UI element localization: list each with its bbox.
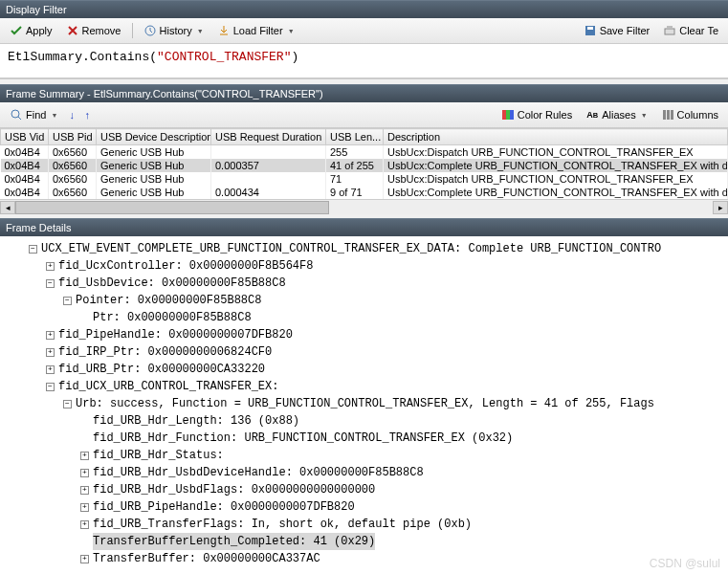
filter-argument: "CONTROL_TRANSFER" — [157, 50, 291, 64]
save-filter-button[interactable]: Save Filter — [578, 21, 656, 40]
display-filter-toolbar: Apply Remove History▼ Load Filter▼ Save … — [0, 18, 728, 44]
tree-row[interactable]: −Pointer: 0x00000000F85B88C8 — [2, 292, 726, 309]
tree-row[interactable]: +fid_URB_TransferFlags: In, short ok, de… — [2, 516, 726, 533]
chevron-down-icon: ▼ — [197, 28, 204, 34]
find-button[interactable]: Find▼ — [4, 105, 63, 124]
table-row[interactable]: 0x04B40x6560Generic USB Hub255UsbUcx:Dis… — [1, 145, 728, 160]
tree-label: fid_URB_Hdr_Length: 136 (0x88) — [93, 412, 299, 430]
scroll-thumb[interactable] — [15, 201, 329, 214]
tree-label: fid_URB_Hdr_Status: — [93, 447, 224, 464]
tree-row[interactable]: +TransferBuffer: 0x00000000CA337AC — [2, 550, 726, 567]
collapse-icon[interactable]: − — [46, 383, 55, 391]
tree-label: fid_UsbDevice: 0x00000000F85B88C8 — [58, 275, 286, 292]
frame-summary-header: Frame Summary - EtlSummary.Contains("CON… — [0, 84, 728, 102]
expand-icon[interactable]: + — [46, 262, 55, 271]
aliases-button[interactable]: ABAliases▼ — [580, 105, 652, 124]
tree-label: fid_PipeHandle: 0x0000000007DFB820 — [58, 326, 293, 343]
tree-label: TransferBufferLength_Completed: 41 (0x29… — [93, 533, 375, 550]
svg-rect-3 — [665, 29, 674, 34]
svg-rect-5 — [502, 110, 506, 120]
columns-button[interactable]: Columns — [655, 105, 724, 124]
filter-function: EtlSummary.Contains — [8, 50, 149, 64]
column-header[interactable]: Description — [384, 129, 728, 145]
table-row[interactable]: 0x04B40x6560Generic USB Hub0.0004349 of … — [1, 186, 728, 199]
apply-button[interactable]: Apply — [4, 21, 58, 40]
tree-row[interactable]: +fid_PipeHandle: 0x0000000007DFB820 — [2, 326, 726, 343]
tree-row[interactable]: −Urb: success, Function = URB_FUNCTION_C… — [2, 395, 726, 412]
tree-row[interactable]: +fid_URB_Hdr_UsbdDeviceHandle: 0x0000000… — [2, 464, 726, 481]
scroll-right-button[interactable]: ▸ — [713, 201, 728, 214]
watermark: CSDN @sulul — [650, 557, 720, 570]
tree-label: fid_UcxController: 0x00000000F8B564F8 — [58, 257, 313, 275]
svg-rect-7 — [510, 110, 514, 120]
tree-label: fid_URB_TransferFlags: In, short ok, def… — [93, 516, 472, 533]
tree-row[interactable]: −fid_UsbDevice: 0x00000000F85B88C8 — [2, 275, 726, 292]
aliases-icon: AB — [585, 108, 599, 121]
column-header[interactable]: USB Request Duration — [211, 129, 326, 145]
tree-row[interactable]: +fid_URB_PipeHandle: 0x0000000007DFB820 — [2, 498, 726, 516]
tree-label: fid_URB_Ptr: 0x00000000CA33220 — [58, 361, 265, 378]
collapse-icon[interactable]: − — [29, 245, 37, 254]
tree-label: Pointer: 0x00000000F85B88C8 — [76, 292, 261, 309]
expand-icon[interactable]: + — [80, 452, 89, 460]
expand-icon[interactable]: + — [46, 365, 55, 374]
expand-icon[interactable]: + — [80, 555, 89, 563]
collapse-icon[interactable]: − — [63, 297, 72, 305]
tree-row[interactable]: +fid_UcxController: 0x00000000F8B564F8 — [2, 257, 726, 275]
tree-label: fid_UCX_URB_CONTROL_TRANSFER_EX: — [58, 378, 278, 395]
tree-label: TransferBuffer: 0x00000000CA337AC — [93, 550, 320, 567]
table-row[interactable]: 0x04B40x6560Generic USB Hub0.00035741 of… — [1, 159, 728, 172]
tree-label: UCX_ETW_EVENT_COMPLETE_URB_FUNCTION_CONT… — [41, 240, 661, 257]
tree-label: fid_URB_Hdr_Function: URB_FUNCTION_CONTR… — [93, 430, 513, 447]
tree-label: fid_IRP_Ptr: 0x0000000006824CF0 — [58, 343, 272, 361]
expand-icon[interactable]: + — [80, 503, 89, 512]
collapse-icon[interactable]: − — [46, 279, 55, 288]
horizontal-scrollbar[interactable]: ◂ ▸ — [0, 199, 728, 214]
tree-row[interactable]: +fid_URB_Hdr_Status: — [2, 447, 726, 464]
tree-label: Urb: success, Function = URB_FUNCTION_CO… — [76, 395, 654, 412]
color-rules-button[interactable]: Color Rules — [496, 105, 578, 124]
frame-summary-table[interactable]: USB VidUSB PidUSB Device DescriptionUSB … — [0, 128, 728, 199]
save-icon — [584, 24, 597, 37]
tree-row[interactable]: TransferBufferLength_Completed: 41 (0x29… — [2, 533, 726, 550]
column-header[interactable]: USB Len... — [326, 129, 384, 145]
tree-row[interactable]: fid_URB_Hdr_Function: URB_FUNCTION_CONTR… — [2, 430, 726, 447]
load-filter-button[interactable]: Load Filter▼ — [211, 21, 300, 40]
scroll-left-button[interactable]: ◂ — [0, 201, 15, 214]
tree-row[interactable]: −fid_UCX_URB_CONTROL_TRANSFER_EX: — [2, 378, 726, 395]
color-rules-icon — [501, 108, 515, 121]
load-icon — [217, 24, 231, 37]
x-icon — [66, 24, 79, 37]
expand-icon[interactable]: + — [46, 331, 55, 340]
tree-row[interactable]: −UCX_ETW_EVENT_COMPLETE_URB_FUNCTION_CON… — [2, 240, 726, 257]
frame-details-header: Frame Details — [0, 218, 728, 236]
svg-rect-10 — [671, 110, 673, 120]
display-filter-header: Display Filter — [0, 0, 728, 18]
table-row[interactable]: 0x04B40x6560Generic USB Hub71UsbUcx:Disp… — [1, 172, 728, 186]
tree-row[interactable]: fid_URB_Hdr_Length: 136 (0x88) — [2, 412, 726, 430]
tree-label: Ptr: 0x00000000F85B88C8 — [93, 309, 252, 326]
collapse-icon[interactable]: − — [63, 400, 72, 408]
tree-label: fid_URB_PipeHandle: 0x0000000007DFB820 — [93, 498, 355, 516]
expand-icon[interactable]: + — [80, 469, 89, 477]
tree-row[interactable]: +fid_URB_Ptr: 0x00000000CA33220 — [2, 361, 726, 378]
search-icon — [10, 108, 23, 121]
tree-row[interactable]: Ptr: 0x00000000F85B88C8 — [2, 309, 726, 326]
filter-expression-input[interactable]: EtlSummary.Contains("CONTROL_TRANSFER") — [0, 44, 728, 78]
remove-button[interactable]: Remove — [60, 21, 127, 40]
column-header[interactable]: USB Pid — [49, 129, 97, 145]
column-header[interactable]: USB Device Description — [97, 129, 211, 145]
column-header[interactable]: USB Vid — [1, 129, 49, 145]
clear-text-button[interactable]: Clear Te — [657, 21, 724, 40]
frame-details-tree[interactable]: −UCX_ETW_EVENT_COMPLETE_URB_FUNCTION_CON… — [0, 236, 728, 571]
expand-icon[interactable]: + — [46, 348, 55, 357]
arrow-down-button[interactable]: ↓ — [65, 108, 78, 121]
tree-row[interactable]: +fid_URB_Hdr_UsbdFlags: 0x00000000000000… — [2, 481, 726, 498]
expand-icon[interactable]: + — [80, 486, 89, 495]
svg-rect-8 — [663, 110, 666, 120]
clear-icon — [663, 24, 676, 37]
history-button[interactable]: History▼ — [138, 21, 210, 40]
tree-row[interactable]: +fid_IRP_Ptr: 0x0000000006824CF0 — [2, 343, 726, 361]
arrow-up-button[interactable]: ↑ — [80, 108, 94, 121]
expand-icon[interactable]: + — [80, 520, 89, 529]
